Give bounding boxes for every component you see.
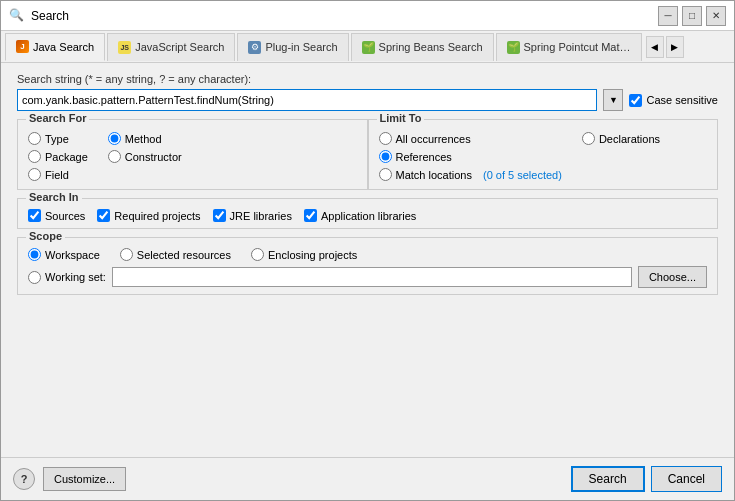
radio-constructor[interactable] <box>108 150 121 163</box>
checkbox-sources[interactable] <box>28 209 41 222</box>
customize-button[interactable]: Customize... <box>43 467 126 491</box>
radio-field[interactable] <box>28 168 41 181</box>
radio-all-occurrences[interactable] <box>379 132 392 145</box>
label-match-locations: Match locations <box>396 169 472 181</box>
search-for-package: Package <box>28 150 88 163</box>
limit-declarations: Declarations <box>582 132 660 145</box>
spring-beans-search-icon: 🌱 <box>362 41 375 54</box>
search-input[interactable] <box>17 89 597 111</box>
label-field: Field <box>45 169 69 181</box>
match-locations-link[interactable]: (0 of 5 selected) <box>483 169 562 181</box>
limit-match-locations: Match locations (0 of 5 selected) <box>379 168 562 181</box>
radio-method[interactable] <box>108 132 121 145</box>
radio-match-locations[interactable] <box>379 168 392 181</box>
close-button[interactable]: ✕ <box>706 6 726 26</box>
checkbox-required-projects[interactable] <box>97 209 110 222</box>
search-input-row: ▼ Case sensitive <box>17 89 718 111</box>
search-for-col1: Type Package Field <box>28 132 88 181</box>
help-button[interactable]: ? <box>13 468 35 490</box>
radio-working-set[interactable] <box>28 271 41 284</box>
limit-to-content: All occurrences References Match locatio… <box>379 132 708 181</box>
label-declarations: Declarations <box>599 133 660 145</box>
search-for-constructor: Constructor <box>108 150 182 163</box>
tab-java-search[interactable]: J Java Search <box>5 33 105 61</box>
label-workspace: Workspace <box>45 249 100 261</box>
scope-selected-resources: Selected resources <box>120 248 231 261</box>
tab-spring-pointcut-search[interactable]: 🌱 Spring Pointcut Mat… <box>496 33 642 61</box>
window-title: Search <box>31 9 658 23</box>
working-set-input[interactable] <box>112 267 632 287</box>
label-all-occurrences: All occurrences <box>396 133 471 145</box>
limit-to-col2: Declarations <box>582 132 660 181</box>
search-in-group: Search In Sources Required projects JRE … <box>17 198 718 229</box>
search-in-sources: Sources <box>28 209 85 222</box>
search-for-field: Field <box>28 168 88 181</box>
scope-title: Scope <box>26 230 65 242</box>
tab-javascript-search[interactable]: JS JavaScript Search <box>107 33 235 61</box>
label-working-set: Working set: <box>45 271 106 283</box>
checkbox-app-libraries[interactable] <box>304 209 317 222</box>
scope-enclosing-projects: Enclosing projects <box>251 248 357 261</box>
scope-workspace: Workspace <box>28 248 100 261</box>
search-in-required: Required projects <box>97 209 200 222</box>
main-area: Search string (* = any string, ? = any c… <box>1 63 734 457</box>
search-for-type: Type <box>28 132 88 145</box>
window-icon: 🔍 <box>9 8 25 24</box>
tab-spring-pointcut-search-label: Spring Pointcut Mat… <box>524 41 631 53</box>
tab-plugin-search-label: Plug-in Search <box>265 41 337 53</box>
tabs-bar: J Java Search JS JavaScript Search ⚙ Plu… <box>1 31 734 63</box>
label-selected-resources: Selected resources <box>137 249 231 261</box>
search-in-app: Application libraries <box>304 209 416 222</box>
limit-to-radios: All occurrences References Match locatio… <box>379 132 708 181</box>
scope-row-1: Workspace Selected resources Enclosing p… <box>28 248 707 261</box>
search-for-title: Search For <box>26 112 89 124</box>
label-sources: Sources <box>45 210 85 222</box>
limit-to-group: Limit To All occurrences References <box>368 119 719 190</box>
scope-row-2: Working set: Choose... <box>28 266 707 288</box>
label-app-libraries: Application libraries <box>321 210 416 222</box>
radio-declarations[interactable] <box>582 132 595 145</box>
limit-references: References <box>379 150 562 163</box>
minimize-button[interactable]: ─ <box>658 6 678 26</box>
tab-java-search-label: Java Search <box>33 41 94 53</box>
tab-spring-beans-search[interactable]: 🌱 Spring Beans Search <box>351 33 494 61</box>
search-dropdown-button[interactable]: ▼ <box>603 89 623 111</box>
java-search-icon: J <box>16 40 29 53</box>
label-required-projects: Required projects <box>114 210 200 222</box>
search-for-method: Method <box>108 132 182 145</box>
limit-all-occurrences: All occurrences <box>379 132 562 145</box>
case-sensitive-label: Case sensitive <box>646 94 718 106</box>
checkbox-jre-libraries[interactable] <box>213 209 226 222</box>
radio-workspace[interactable] <box>28 248 41 261</box>
search-for-group: Search For Type Package <box>17 119 368 190</box>
search-in-title: Search In <box>26 191 82 203</box>
radio-package[interactable] <box>28 150 41 163</box>
dialog-content: J Java Search JS JavaScript Search ⚙ Plu… <box>1 31 734 500</box>
tab-scroll-right[interactable]: ▶ <box>666 36 684 58</box>
search-for-content: Type Package Field <box>28 132 357 181</box>
case-sensitive-row: Case sensitive <box>629 94 718 107</box>
javascript-search-icon: JS <box>118 41 131 54</box>
radio-references[interactable] <box>379 150 392 163</box>
label-constructor: Constructor <box>125 151 182 163</box>
choose-button[interactable]: Choose... <box>638 266 707 288</box>
radio-type[interactable] <box>28 132 41 145</box>
search-for-limit-to-row: Search For Type Package <box>17 119 718 190</box>
tab-scroll-left[interactable]: ◀ <box>646 36 664 58</box>
plugin-search-icon: ⚙ <box>248 41 261 54</box>
scope-radios: Workspace Selected resources Enclosing p… <box>28 248 707 288</box>
label-enclosing-projects: Enclosing projects <box>268 249 357 261</box>
search-button[interactable]: Search <box>571 466 645 492</box>
search-for-col2: Method Constructor <box>108 132 182 181</box>
maximize-button[interactable]: □ <box>682 6 702 26</box>
radio-selected-resources[interactable] <box>120 248 133 261</box>
cancel-button[interactable]: Cancel <box>651 466 722 492</box>
title-bar: 🔍 Search ─ □ ✕ <box>1 1 734 31</box>
tab-plugin-search[interactable]: ⚙ Plug-in Search <box>237 33 348 61</box>
radio-enclosing-projects[interactable] <box>251 248 264 261</box>
search-in-jre: JRE libraries <box>213 209 292 222</box>
case-sensitive-checkbox[interactable] <box>629 94 642 107</box>
tab-javascript-search-label: JavaScript Search <box>135 41 224 53</box>
label-references: References <box>396 151 452 163</box>
tab-spring-beans-search-label: Spring Beans Search <box>379 41 483 53</box>
